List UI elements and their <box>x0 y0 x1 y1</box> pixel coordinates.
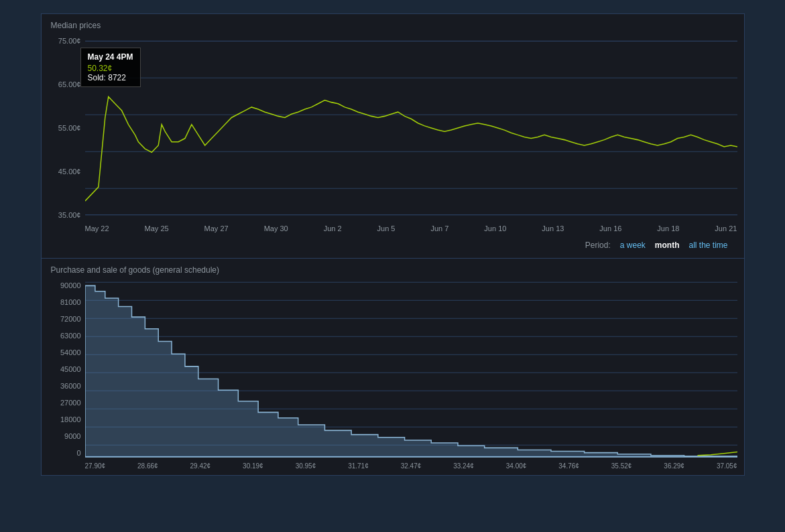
x-label-12: Jun 21 <box>715 224 737 232</box>
bx-label-6: 31.71¢ <box>348 462 369 470</box>
by-label-1: 90000 <box>48 281 81 289</box>
x-label-10: Jun 16 <box>599 224 621 232</box>
x-label-1: May 22 <box>85 224 109 232</box>
period-selector: Period: a week month all the time <box>48 235 737 258</box>
by-label-7: 36000 <box>48 382 81 390</box>
bx-label-1: 27.90¢ <box>85 462 106 470</box>
bx-label-7: 32.47¢ <box>401 462 422 470</box>
bx-label-12: 36.29¢ <box>664 462 684 470</box>
x-label-5: Jun 2 <box>324 224 342 232</box>
x-label-7: Jun 7 <box>430 224 448 232</box>
x-label-4: May 30 <box>264 224 288 232</box>
bx-label-9: 34.00¢ <box>506 462 527 470</box>
top-chart-svg <box>85 34 737 222</box>
x-label-8: Jun 10 <box>484 224 506 232</box>
period-label: Period: <box>585 241 611 250</box>
bottom-chart-plot <box>85 279 737 460</box>
by-label-10: 9000 <box>48 432 81 440</box>
y-label-1: 75.00¢ <box>48 37 81 45</box>
bottom-chart-label: Purchase and sale of goods (general sche… <box>48 265 737 275</box>
by-label-3: 72000 <box>48 315 81 323</box>
by-label-4: 63000 <box>48 332 81 340</box>
top-x-axis: May 22 May 25 May 27 May 30 Jun 2 Jun 5 … <box>48 222 737 235</box>
y-label-4: 45.00¢ <box>48 168 81 176</box>
x-label-2: May 25 <box>145 224 169 232</box>
by-label-5: 54000 <box>48 348 81 356</box>
by-label-2: 81000 <box>48 298 81 306</box>
by-label-9: 18000 <box>48 415 81 423</box>
top-chart-area: 75.00¢ 65.00¢ 55.00¢ 45.00¢ 35.00¢ May 2… <box>48 34 737 222</box>
x-label-3: May 27 <box>204 224 229 232</box>
bx-label-3: 29.42¢ <box>190 462 211 470</box>
x-label-6: Jun 5 <box>377 224 396 232</box>
period-alltime-button[interactable]: all the time <box>686 239 730 251</box>
top-chart-plot <box>85 34 737 222</box>
charts-container: Median prices 75.00¢ 65.00¢ 55.00¢ 45.00… <box>41 13 745 476</box>
by-label-11: 0 <box>48 449 81 457</box>
bx-label-4: 30.19¢ <box>243 462 263 470</box>
period-week-button[interactable]: a week <box>617 239 648 251</box>
top-chart-section: Median prices 75.00¢ 65.00¢ 55.00¢ 45.00… <box>42 14 744 258</box>
bx-label-13: 37.05¢ <box>717 462 737 470</box>
bottom-y-axis: 90000 81000 72000 63000 54000 45000 3600… <box>48 279 85 460</box>
by-label-6: 45000 <box>48 365 81 373</box>
bx-label-5: 30.95¢ <box>296 462 316 470</box>
y-label-5: 35.00¢ <box>48 211 81 219</box>
bottom-chart-area: 90000 81000 72000 63000 54000 45000 3600… <box>48 279 737 460</box>
top-y-axis: 75.00¢ 65.00¢ 55.00¢ 45.00¢ 35.00¢ <box>48 34 85 222</box>
bottom-chart-svg <box>85 279 737 460</box>
period-month-button[interactable]: month <box>652 239 682 251</box>
bottom-x-axis: 27.90¢ 28.66¢ 29.42¢ 30.19¢ 30.95¢ 31.71… <box>48 460 737 475</box>
top-chart-label: Median prices <box>48 21 737 30</box>
svg-marker-17 <box>85 285 737 456</box>
bottom-chart-section: Purchase and sale of goods (general sche… <box>42 258 744 475</box>
y-label-3: 55.00¢ <box>48 124 81 132</box>
bx-label-10: 34.76¢ <box>558 462 579 470</box>
y-label-2: 65.00¢ <box>48 80 81 88</box>
bx-label-2: 28.66¢ <box>137 462 158 470</box>
by-label-8: 27000 <box>48 399 81 407</box>
x-label-9: Jun 13 <box>542 224 564 232</box>
bx-label-11: 35.52¢ <box>611 462 632 470</box>
x-label-11: Jun 18 <box>657 224 679 232</box>
bx-label-8: 33.24¢ <box>453 462 474 470</box>
